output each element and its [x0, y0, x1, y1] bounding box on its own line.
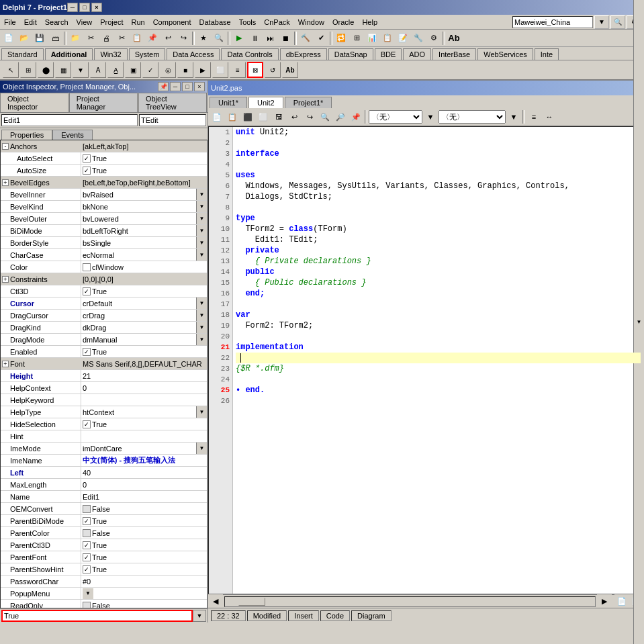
et-btn-3[interactable]: ⬛ [240, 109, 255, 124]
oi-minimize-button[interactable]: ─ [170, 82, 181, 91]
search-dropdown-button[interactable]: ▼ [594, 15, 609, 29]
et-btn-14[interactable]: ↔ [542, 109, 557, 124]
palette-comp-ab[interactable]: Ab [282, 62, 298, 78]
et-btn-9[interactable]: 🔎 [333, 109, 348, 124]
tb-star[interactable]: ★ [196, 31, 211, 46]
tb-redo[interactable]: ↪ [176, 31, 191, 46]
palette-tab-datacontrols[interactable]: Data Controls [221, 48, 278, 60]
tb-run[interactable]: ▶ [232, 31, 246, 46]
tb-saveall[interactable]: 🗃 [48, 31, 62, 46]
et-btn-11[interactable]: ▼ [423, 109, 438, 124]
et-btn-4[interactable]: ⬜ [256, 109, 271, 124]
palette-comp-10[interactable]: ■ [177, 62, 193, 78]
menu-tools[interactable]: Tools [235, 17, 261, 28]
search-input[interactable] [512, 16, 593, 28]
palette-tab-webservices[interactable]: WebServices [477, 48, 533, 60]
palette-pointer[interactable]: ↖ [3, 62, 19, 78]
menu-file[interactable]: File [0, 17, 20, 28]
scroll-thumb[interactable] [238, 598, 265, 606]
menu-search[interactable]: Search [41, 17, 73, 28]
tb-text[interactable]: Ab [447, 31, 461, 46]
oi-maximize-button[interactable]: □ [182, 82, 193, 91]
palette-tab-dbexpress[interactable]: dbExpress [280, 48, 327, 60]
oi-tab-properties[interactable]: Properties [1, 130, 52, 140]
palette-comp-4[interactable]: ▼ [73, 62, 89, 78]
menu-oracle[interactable]: Oracle [328, 17, 358, 28]
status-diagram[interactable]: Diagram [351, 610, 392, 621]
palette-comp-2[interactable]: ⬤ [38, 62, 54, 78]
helptype-dropdown[interactable]: ▼ [196, 406, 207, 418]
tb-build[interactable]: 🔨 [298, 31, 313, 46]
menu-database[interactable]: Database [195, 17, 235, 28]
palette-tab-system[interactable]: System [129, 48, 166, 60]
bevelouter-dropdown[interactable]: ▼ [196, 213, 207, 224]
tb-step[interactable]: ⏭ [263, 31, 277, 46]
maximize-button[interactable]: □ [79, 3, 90, 12]
anchors-expand[interactable]: - [2, 143, 9, 150]
menu-edit[interactable]: Edit [20, 17, 41, 28]
dragkind-dropdown[interactable]: ▼ [196, 322, 207, 333]
et-btn-1[interactable]: 📄 [210, 109, 224, 124]
et-dropdown-1[interactable]: 〈无〉 [369, 110, 422, 124]
tb-cut[interactable]: ✂ [114, 31, 129, 46]
constraints-expand[interactable]: + [2, 276, 9, 283]
borderstyle-dropdown[interactable]: ▼ [196, 237, 207, 248]
palette-comp-6[interactable]: A̲ [107, 62, 124, 78]
tb-open2[interactable]: 📁 [68, 31, 83, 46]
palette-comp-7[interactable]: ▣ [125, 62, 141, 78]
tb-view3[interactable]: 📋 [380, 31, 395, 46]
tb-print[interactable]: 🖨 [99, 31, 113, 46]
tb-view5[interactable]: 🔧 [411, 31, 426, 46]
font-expand[interactable]: + [2, 361, 9, 367]
tb-view6[interactable]: ⚙ [426, 31, 441, 46]
palette-comp-11[interactable]: ▶ [195, 62, 211, 78]
tb-view4[interactable]: 📝 [396, 31, 410, 46]
popupmenu-dropdown[interactable]: ▼ [83, 588, 93, 599]
et-btn-12[interactable]: ▼ [506, 109, 521, 124]
palette-tab-additional[interactable]: Additional [45, 48, 93, 60]
tb-paste[interactable]: 📌 [145, 31, 160, 46]
menu-component[interactable]: Component [149, 17, 195, 28]
tb-find[interactable]: 🔍 [212, 31, 226, 46]
et-btn-8[interactable]: 🔍 [318, 109, 332, 124]
oi-close-button[interactable]: × [194, 82, 205, 91]
tb-check[interactable]: ✔ [314, 31, 328, 46]
menu-project[interactable]: Project [96, 17, 127, 28]
et-btn-6[interactable]: ↩ [287, 109, 302, 124]
palette-comp-9[interactable]: ◎ [160, 62, 176, 78]
tb-pause[interactable]: ⏸ [247, 31, 262, 46]
oi-pin-button[interactable]: 📌 [158, 82, 169, 91]
et-btn-13[interactable]: ≡ [526, 109, 541, 124]
palette-tab-win32[interactable]: Win32 [94, 48, 127, 60]
oi-value-dropdown[interactable]: ▼ [193, 610, 206, 622]
tb-new[interactable]: 📄 [1, 31, 16, 46]
dragmode-dropdown[interactable]: ▼ [196, 334, 207, 345]
palette-comp-13[interactable]: ≡ [230, 62, 246, 78]
et-btn-2[interactable]: 📋 [225, 109, 240, 124]
tb-copy[interactable]: 📋 [130, 31, 144, 46]
minimize-button[interactable]: ─ [67, 3, 78, 12]
tb-save[interactable]: 💾 [32, 31, 47, 46]
search-icon-button[interactable]: 🔍 [610, 15, 625, 29]
dragcursor-dropdown[interactable]: ▼ [196, 310, 207, 321]
menu-run[interactable]: Run [127, 17, 148, 28]
status-code[interactable]: Code [320, 610, 350, 621]
palette-tab-inte[interactable]: Inte [535, 48, 559, 60]
bevelinner-dropdown[interactable]: ▼ [196, 189, 207, 200]
cursor-dropdown[interactable]: ▼ [196, 297, 207, 309]
palette-comp-5[interactable]: A [90, 62, 106, 78]
menu-view[interactable]: View [73, 17, 97, 28]
tb-undo[interactable]: ↩ [160, 31, 175, 46]
palette-comp-8[interactable]: ✓ [142, 62, 158, 78]
oi-tab-events[interactable]: Events [52, 130, 93, 140]
palette-comp-12[interactable]: ⬜ [212, 62, 228, 78]
close-button[interactable]: × [91, 3, 102, 12]
et-dropdown-2[interactable]: 〈无〉 [439, 110, 506, 124]
oi-tab-object-inspector[interactable]: Object Inspector [0, 93, 68, 112]
scroll-right-btn[interactable]: ▶ [597, 594, 612, 609]
code-area[interactable]: 1 2 3 4 5 6 7 8 9 10 11 12 13 14 15 16 1… [208, 126, 644, 594]
tb-view2[interactable]: 📊 [365, 31, 379, 46]
palette-tab-dataaccess[interactable]: Data Access [167, 48, 220, 60]
imemode-dropdown[interactable]: ▼ [196, 443, 207, 454]
editor-tab-project1[interactable]: Project1* [285, 97, 332, 108]
